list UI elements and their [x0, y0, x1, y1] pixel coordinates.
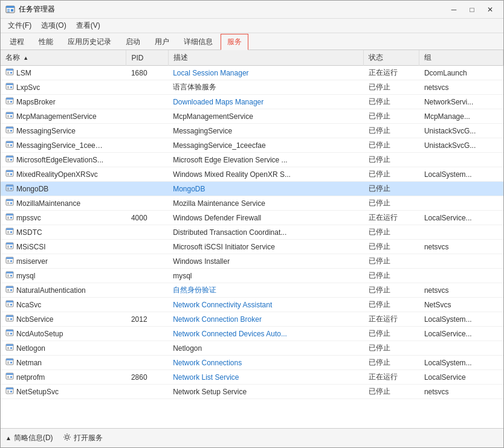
svg-rect-99: [7, 334, 9, 334]
menu-view[interactable]: 查看(V): [71, 19, 105, 32]
table-row[interactable]: NcdAutoSetupNetwork Connected Devices Au…: [1, 327, 503, 341]
maximize-button[interactable]: □: [464, 4, 480, 16]
cell-pid: 2012: [126, 312, 168, 327]
cell-description: Local Session Manager: [168, 66, 363, 80]
tab-services[interactable]: 服务: [221, 34, 248, 50]
cell-pid: [126, 385, 168, 399]
tab-startup[interactable]: 启动: [119, 34, 147, 50]
cell-status: 已停止: [364, 182, 419, 196]
cell-pid: 4000: [126, 211, 168, 225]
table-row[interactable]: MongoDBMongoDB已停止: [1, 182, 503, 196]
table-row[interactable]: MSiSCSIMicrosoft iSCSI Initiator Service…: [1, 240, 503, 254]
svg-rect-82: [6, 286, 13, 288]
svg-rect-90: [10, 304, 12, 306]
svg-rect-47: [6, 185, 13, 187]
table-row[interactable]: NetSetupSvcNetwork Setup Service已停止netsv…: [1, 385, 503, 399]
svg-rect-67: [6, 243, 13, 245]
svg-rect-120: [10, 391, 12, 392]
svg-rect-5: [11, 9, 13, 11]
table-row[interactable]: NcaSvcNetwork Connectivity Assistant已停止N…: [1, 298, 503, 312]
svg-rect-15: [10, 86, 12, 88]
table-row[interactable]: mysqlmysql已停止: [1, 269, 503, 283]
cell-pid: [126, 240, 168, 254]
table-row[interactable]: McpManagementServiceMcpManagementService…: [1, 109, 503, 124]
cell-pid: 1680: [126, 66, 168, 80]
table-row[interactable]: mpssvc4000Windows Defender Firewall正在运行L…: [1, 211, 503, 225]
cell-status: 已停止: [364, 109, 419, 124]
svg-rect-19: [7, 102, 9, 103]
svg-rect-118: [7, 391, 9, 391]
tab-processes[interactable]: 进程: [3, 34, 31, 50]
services-table-container[interactable]: 名称 ▲ PID 描述 状态 组 LSM1680Local Session Ma…: [1, 50, 503, 428]
svg-rect-39: [7, 160, 9, 161]
cell-status: 已停止: [364, 124, 419, 138]
tab-details[interactable]: 详细信息: [177, 34, 219, 50]
service-icon: [5, 82, 14, 92]
cell-description: MongoDB: [168, 182, 363, 196]
cell-name: NcdAutoSetup: [1, 327, 109, 341]
tab-users[interactable]: 用户: [148, 34, 176, 50]
table-row[interactable]: NaturalAuthentication自然身份验证已停止netsvcs: [1, 283, 503, 298]
cell-group: [419, 254, 503, 269]
service-icon: [5, 256, 14, 266]
brief-info-button[interactable]: ▲ 简略信息(D): [5, 433, 53, 443]
cell-group: netsvcs: [419, 240, 503, 254]
header-group[interactable]: 组: [419, 50, 503, 66]
close-button[interactable]: ✕: [482, 4, 499, 16]
cell-description: Netlogon: [168, 341, 363, 356]
table-row[interactable]: MozillaMaintenanceMozilla Maintenance Se…: [1, 196, 503, 211]
svg-rect-68: [7, 246, 9, 246]
cell-group: LocalSystem...: [419, 312, 503, 327]
cell-group: McpManage...: [419, 109, 503, 124]
table-row[interactable]: MessagingService_1ceec...MessagingServic…: [1, 138, 503, 153]
svg-rect-70: [10, 246, 12, 248]
window-title: 任务管理器: [19, 4, 445, 14]
cell-pid: [126, 225, 168, 240]
cell-group: LocalSystem...: [419, 167, 503, 182]
table-row[interactable]: NcbService2012Network Connection Broker正…: [1, 312, 503, 327]
cell-description: MessagingService: [168, 124, 363, 138]
header-pid[interactable]: PID: [126, 50, 168, 66]
svg-rect-104: [7, 348, 9, 349]
cell-name: mpssvc: [1, 211, 109, 225]
table-row[interactable]: MixedRealityOpenXRSvcWindows Mixed Reali…: [1, 167, 503, 182]
table-row[interactable]: msiserverWindows Installer已停止: [1, 254, 503, 269]
service-icon: [5, 155, 14, 165]
tab-performance[interactable]: 性能: [32, 34, 60, 50]
svg-rect-102: [6, 344, 13, 346]
header-description[interactable]: 描述: [168, 50, 363, 66]
cell-description: Microsoft iSCSI Initiator Service: [168, 240, 363, 254]
table-row[interactable]: MSDTCDistributed Transaction Coordinat..…: [1, 225, 503, 240]
menu-options[interactable]: 选项(O): [36, 19, 71, 32]
table-body: LSM1680Local Session Manager正在运行DcomLaun…: [1, 66, 503, 399]
cell-description: 自然身份验证: [168, 283, 363, 298]
service-name-text: MessagingService_1ceec...: [16, 141, 105, 150]
table-row[interactable]: NetlogonNetlogon已停止: [1, 341, 503, 356]
svg-rect-22: [6, 112, 13, 114]
table-row[interactable]: LxpSvc语言体验服务已停止netsvcs: [1, 80, 503, 95]
main-content: 名称 ▲ PID 描述 状态 组 LSM1680Local Session Ma…: [1, 50, 503, 428]
service-name-text: MSiSCSI: [16, 243, 46, 251]
cell-name: Netlogon: [1, 341, 109, 355]
cell-pid: [126, 138, 168, 153]
header-name[interactable]: 名称 ▲: [1, 50, 126, 66]
menu-file[interactable]: 文件(F): [3, 19, 36, 32]
tab-app-history[interactable]: 应用历史记录: [61, 34, 118, 50]
table-row[interactable]: NetmanNetwork Connections已停止LocalSystem.…: [1, 356, 503, 370]
table-row[interactable]: MicrosoftEdgeElevationS...Microsoft Edge…: [1, 153, 503, 167]
table-row[interactable]: MessagingServiceMessagingService已停止Unist…: [1, 124, 503, 138]
header-status[interactable]: 状态: [364, 50, 419, 66]
svg-rect-12: [6, 83, 13, 85]
open-services-button[interactable]: 打开服务: [63, 433, 103, 443]
svg-rect-30: [10, 130, 12, 132]
table-row[interactable]: LSM1680Local Session Manager正在运行DcomLaun…: [1, 66, 503, 80]
service-name-text: mysql: [16, 272, 35, 280]
svg-rect-32: [6, 141, 13, 143]
svg-rect-1: [6, 6, 15, 8]
cell-pid: [126, 269, 168, 283]
svg-rect-110: [10, 362, 12, 363]
table-row[interactable]: netprofm2860Network List Service正在运行Loca…: [1, 370, 503, 385]
minimize-button[interactable]: ─: [445, 4, 462, 16]
cell-pid: [126, 109, 168, 124]
table-row[interactable]: MapsBrokerDownloaded Maps Manager已停止Netw…: [1, 95, 503, 109]
